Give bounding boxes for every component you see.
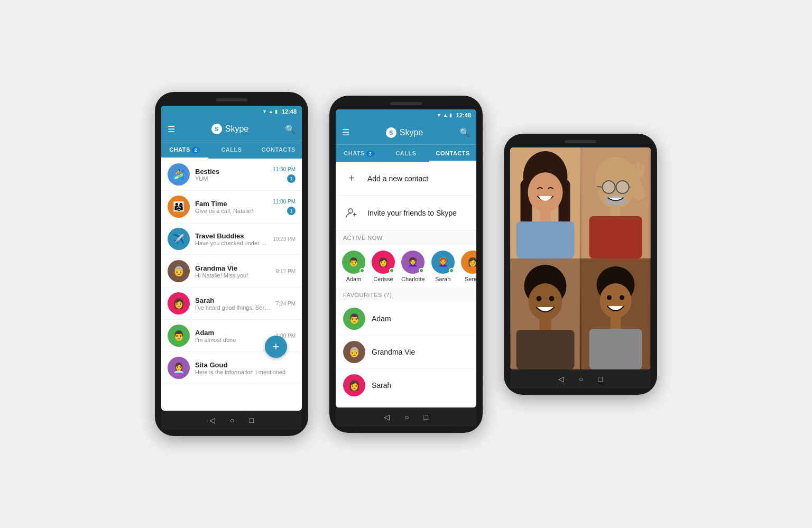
signal-icon-2: ▲: [443, 113, 448, 118]
tab-calls-2[interactable]: CALLS: [383, 145, 430, 162]
svg-point-12: [603, 181, 615, 193]
fav-name-adam: Adam: [372, 314, 391, 323]
tab-contacts-2[interactable]: CONTACTS: [429, 145, 476, 162]
chat-item-sarah[interactable]: 👩 Sarah I've heard good things. Serena s…: [161, 288, 302, 320]
svg-rect-23: [589, 216, 642, 258]
chat-preview-grandma: Hi Natalie! Miss you!: [195, 272, 271, 279]
back-btn-2[interactable]: ◁: [384, 413, 390, 421]
status-icons-2: ▼ ▲ ▮: [437, 113, 452, 118]
add-contact-label: Add a new contact: [367, 174, 428, 183]
svg-point-13: [616, 181, 629, 193]
active-contact-cerisse[interactable]: 👩 Cerisse: [372, 251, 395, 282]
recent-btn-1[interactable]: □: [250, 416, 254, 424]
chat-meta-besties: 11:30 PM 1: [273, 166, 296, 183]
chat-item-sita[interactable]: 👩‍💼 Sita Goud Here is the information I …: [161, 352, 302, 384]
svg-rect-30: [516, 330, 575, 369]
participant-face-1: [510, 147, 580, 258]
active-dot-adam: [359, 268, 365, 273]
invite-friends-action[interactable]: Invite your friends to Skype: [336, 196, 476, 230]
chat-info-sarah: Sarah I've heard good things. Serena sai…: [195, 297, 271, 311]
chat-item-grandma[interactable]: 👵 Grandma Vie Hi Natalie! Miss you! 9:12…: [161, 255, 302, 288]
screen-3: [510, 147, 651, 369]
screen-2: ▼ ▲ ▮ 12:48 ☰ S Skype 🔍 CHATS2: [336, 109, 476, 407]
svg-point-34: [607, 295, 612, 300]
home-btn-1[interactable]: ○: [230, 416, 234, 424]
search-icon-2[interactable]: 🔍: [459, 127, 470, 137]
unread-besties: 1: [287, 174, 296, 183]
avatar-besties: 🏄: [168, 163, 190, 186]
chat-item-besties[interactable]: 🏄 Besties YUM 11:30 PM 1: [161, 159, 302, 191]
home-btn-3[interactable]: ○: [579, 375, 583, 383]
tab-calls-1[interactable]: CALLS: [208, 141, 255, 159]
brand-1: S Skype: [179, 124, 281, 134]
status-bar-1: ▼ ▲ ▮ 12:48: [161, 106, 302, 117]
tab-chats-1[interactable]: CHATS2: [161, 141, 208, 159]
menu-icon-2[interactable]: ☰: [342, 127, 349, 137]
chat-meta-famtime: 11:00 PM 1: [273, 199, 296, 215]
chat-info-travel: Travel Buddies Have you checked under th…: [195, 232, 267, 246]
recent-btn-2[interactable]: □: [424, 413, 428, 421]
back-btn-1[interactable]: ◁: [209, 416, 215, 424]
fav-name-grandma: Grandma Vie: [372, 348, 415, 356]
chat-name-grandma: Grandma Vie: [195, 264, 271, 272]
menu-icon-1[interactable]: ☰: [168, 124, 175, 134]
app-bar-2: ☰ S Skype 🔍: [336, 121, 476, 144]
back-btn-3[interactable]: ◁: [558, 375, 564, 383]
chat-item-famtime[interactable]: 👨‍👩‍👧 Fam Time Give us a call, Natalie! …: [161, 191, 302, 223]
chat-item-travel[interactable]: ✈️ Travel Buddies Have you checked under…: [161, 223, 302, 255]
active-avatar-wrap-sarah: 👩‍🦰: [431, 251, 455, 274]
active-contact-sarah[interactable]: 👩‍🦰 Sarah: [431, 251, 455, 282]
svg-rect-37: [589, 329, 642, 369]
tab-chats-2[interactable]: CHATS2: [336, 145, 383, 162]
phone-2: ▼ ▲ ▮ 12:48 ☰ S Skype 🔍 CHATS2: [329, 96, 483, 433]
active-now-row: 👨 Adam 👩 Cerisse 👩‍: [336, 245, 476, 288]
active-avatar-seren: 👩: [461, 251, 476, 274]
active-contact-seren[interactable]: 👩 Seren: [461, 251, 476, 282]
active-avatar-wrap-cerisse: 👩: [372, 251, 395, 274]
favourites-list: 👨 Adam 👵 Grandma Vie 👩 Sarah: [336, 302, 476, 402]
search-icon-1[interactable]: 🔍: [285, 124, 296, 134]
unread-famtime: 1: [287, 207, 296, 215]
fav-item-grandma[interactable]: 👵 Grandma Vie: [336, 336, 476, 369]
active-name-adam: Adam: [346, 276, 362, 282]
avatar-adam: 👨: [168, 325, 190, 347]
participant-face-4: [580, 258, 651, 369]
chat-time-travel: 10:23 PM: [273, 236, 296, 242]
brand-2: S Skype: [354, 127, 455, 138]
chat-time-famtime: 11:00 PM: [273, 199, 296, 205]
time-2: 12:48: [456, 112, 471, 118]
nav-bar-2: ◁ ○ □: [336, 407, 476, 427]
chat-info-besties: Besties YUM: [195, 168, 267, 182]
video-grid: [510, 147, 651, 369]
active-avatar-wrap-charlotte: 👩‍🦱: [401, 251, 425, 274]
fav-item-adam[interactable]: 👨 Adam: [336, 302, 476, 336]
add-contact-action[interactable]: + Add a new contact: [336, 162, 476, 196]
speaker-2: [390, 102, 422, 105]
chat-preview-sita: Here is the information I mentioned: [195, 369, 290, 375]
recent-btn-3[interactable]: □: [598, 375, 603, 383]
chat-preview-travel: Have you checked under the stairs?: [195, 240, 267, 246]
chat-name-sarah: Sarah: [195, 297, 271, 304]
brand-name-2: Skype: [400, 128, 423, 137]
active-dot-cerisse: [389, 268, 394, 273]
home-btn-2[interactable]: ○: [404, 413, 409, 421]
svg-rect-19: [636, 162, 640, 177]
fab-1[interactable]: +: [265, 336, 287, 358]
favourites-header: FAVOURITES (7): [336, 288, 476, 302]
fav-avatar-sarah: 👩: [343, 374, 365, 396]
fav-item-sarah[interactable]: 👩 Sarah: [336, 369, 476, 402]
active-contact-charlotte[interactable]: 👩‍🦱 Charlotte: [401, 251, 425, 282]
wifi-icon-2: ▼: [437, 113, 441, 118]
avatar-travel: ✈️: [168, 228, 190, 250]
active-name-charlotte: Charlotte: [401, 276, 425, 282]
status-icons-1: ▼ ▲ ▮: [262, 109, 278, 114]
svg-line-15: [597, 187, 603, 187]
chat-preview-adam: I'm almost done: [195, 337, 271, 343]
status-bar-2: ▼ ▲ ▮ 12:48: [336, 109, 476, 121]
skype-logo-1: S: [211, 124, 222, 134]
invite-friends-icon: [343, 205, 360, 221]
tab-contacts-1[interactable]: CONTACTS: [255, 141, 302, 159]
signal-icon: ▲: [269, 109, 273, 114]
active-contact-adam[interactable]: 👨 Adam: [342, 251, 365, 282]
time-1: 12:48: [282, 108, 297, 115]
